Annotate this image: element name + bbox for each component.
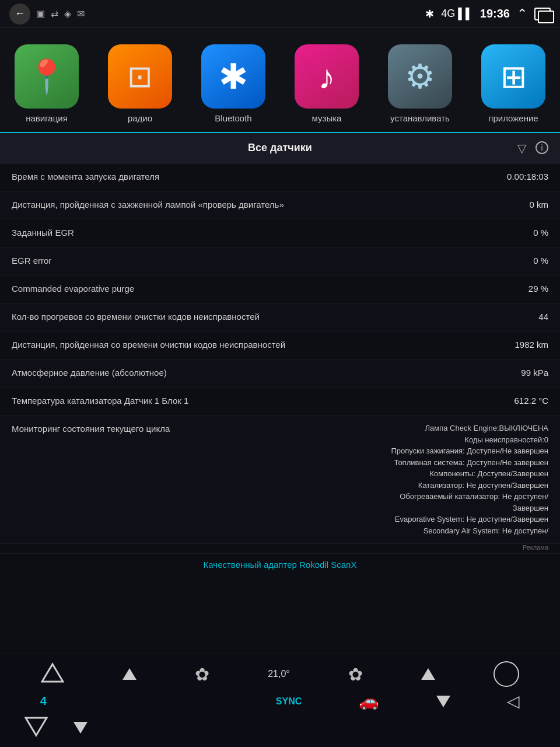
home-button[interactable]: [494, 661, 519, 687]
signal-icon: 4G ▌▌: [441, 8, 473, 20]
music-icon: ♪: [295, 44, 359, 109]
sensor-row-dist-clear: Дистанция, пройденная со времени очистки…: [0, 331, 560, 359]
back-button[interactable]: ←: [9, 4, 30, 25]
sensor-row-engine-time: Время с момента запуска двигателя 0.00:1…: [0, 163, 560, 191]
time-display: 19:36: [480, 7, 510, 20]
info-icon[interactable]: i: [536, 141, 548, 154]
sensor-row-cat-temp: Температура катализатора Датчик 1 Блок 1…: [0, 388, 560, 416]
app-settings-label: устанавливать: [390, 113, 450, 123]
sensor-name-4: Commanded evaporative purge: [12, 282, 134, 295]
bottom-row-lowest: [0, 715, 560, 740]
cast-icon: ⇄: [51, 8, 58, 19]
sensor-row-warmups: Кол-во прогревов со времени очистки кодо…: [0, 303, 560, 331]
sensor-name-2: Заданный EGR: [12, 226, 74, 239]
sensor-row-atm-pressure: Атмосферное давление (абсолютное) 99 kPa: [0, 359, 560, 388]
vol-down-btn[interactable]: [436, 696, 450, 707]
channel-number: 4: [40, 694, 47, 708]
section-icons: ▽ i: [517, 141, 548, 155]
section-header: Все датчики ▽ i: [0, 133, 560, 163]
bottom-row-bottom: 4 SYNC 🚗 ◁: [0, 692, 560, 711]
svg-marker-0: [42, 664, 63, 682]
sensor-value-9: Лампа Check Engine:ВЫКЛЮЧЕНА Коды неиспр…: [391, 423, 548, 536]
app-radio[interactable]: ⊡ радио: [93, 28, 187, 132]
chevron-up-icon[interactable]: ⌃: [517, 6, 527, 22]
filter-icon[interactable]: ▽: [517, 141, 526, 155]
app-bluetooth-label: Bluetooth: [215, 113, 251, 123]
app-navigation-label: навигация: [26, 113, 68, 123]
sensor-name-0: Время с момента запуска двигателя: [12, 170, 159, 183]
sensor-value-0: 0.00:18:03: [507, 170, 548, 183]
sensor-row-monitoring: Мониторинг состояния текущего цикла Ламп…: [0, 416, 560, 544]
scroll-up-outline-btn[interactable]: [41, 662, 64, 686]
sensor-row-evap-purge: Commanded evaporative purge 29 %: [0, 275, 560, 303]
sensor-value-5: 44: [538, 310, 548, 323]
sensor-name-9: Мониторинг состояния текущего цикла: [12, 423, 170, 435]
car-icon[interactable]: 🚗: [359, 692, 379, 711]
sensor-name-3: EGR error: [12, 254, 51, 267]
app-bar: 📍 навигация ⊡ радио ✱ Bluetooth ♪ музыка…: [0, 28, 560, 133]
app-music-label: музыка: [312, 113, 342, 123]
bluetooth-icon: ✱: [201, 44, 265, 109]
sensor-value-6: 1982 km: [514, 338, 548, 351]
sensor-row-check-distance: Дистанция, пройденная с зажженной лампой…: [0, 191, 560, 219]
sensor-name-1: Дистанция, пройденная с зажженной лампой…: [12, 198, 284, 211]
sensor-row-egr-set: Заданный EGR 0 %: [0, 219, 560, 247]
bottom-row-top: ✿ 21,0° ✿: [0, 661, 560, 687]
app-radio-label: радио: [128, 113, 152, 123]
location-icon: ◈: [64, 8, 71, 19]
sensor-value-4: 29 %: [528, 282, 548, 295]
ad-label: Реклама: [0, 544, 560, 553]
fan-icon[interactable]: ✿: [195, 664, 209, 685]
temperature-display: 21,0°: [268, 669, 290, 679]
status-bar: ← ▣ ⇄ ◈ ✉ ✱ 4G ▌▌ 19:36 ⌃: [0, 0, 560, 28]
navigation-icon: 📍: [15, 44, 79, 109]
scroll-down-outline-btn[interactable]: [24, 715, 48, 740]
sensor-value-7: 99 kPa: [521, 366, 548, 379]
app-apps-label: приложение: [488, 113, 538, 123]
sync-label: SYNC: [276, 696, 302, 707]
ad-text: Качественный адаптер Rokodil ScanX: [204, 560, 357, 570]
vol-up-btn[interactable]: [421, 668, 435, 680]
sensor-row-egr-error: EGR error 0 %: [0, 247, 560, 275]
bottom-bar: ✿ 21,0° ✿ 4 SYNC 🚗 ◁: [0, 654, 560, 747]
sensor-value-1: 0 km: [529, 198, 548, 211]
app-bluetooth[interactable]: ✱ Bluetooth: [187, 28, 280, 132]
scroll-up-filled-btn[interactable]: [123, 668, 136, 680]
svg-marker-1: [26, 718, 47, 735]
section-title: Все датчики: [248, 142, 312, 154]
radio-icon: ⊡: [108, 44, 172, 109]
main-content: Все датчики ▽ i Время с момента запуска …: [0, 133, 560, 654]
screen-icon: ▣: [36, 8, 45, 19]
sensor-name-6: Дистанция, пройденная со времени очистки…: [12, 338, 285, 351]
app-navigation[interactable]: 📍 навигация: [0, 28, 93, 132]
sensor-name-7: Атмосферное давление (абсолютное): [12, 366, 167, 379]
sensor-value-2: 0 %: [533, 226, 548, 239]
status-right: ✱ 4G ▌▌ 19:36 ⌃: [425, 6, 551, 22]
app-apps[interactable]: ⊞ приложение: [467, 28, 560, 132]
app-music[interactable]: ♪ музыка: [280, 28, 373, 132]
fan-right-icon[interactable]: ✿: [348, 664, 363, 685]
ad-banner[interactable]: Качественный адаптер Rokodil ScanX: [0, 553, 560, 575]
sensors-list: Время с момента запуска двигателя 0.00:1…: [0, 163, 560, 654]
apps-icon: ⊞: [481, 44, 545, 109]
sensor-value-3: 0 %: [533, 254, 548, 267]
bluetooth-status-icon: ✱: [425, 8, 434, 20]
sensor-name-5: Кол-во прогревов со времени очистки кодо…: [12, 310, 260, 323]
scroll-down-filled-btn[interactable]: [74, 722, 88, 734]
back-nav-btn[interactable]: ◁: [507, 692, 520, 711]
message-icon: ✉: [77, 8, 85, 19]
app-settings[interactable]: ⚙ устанавливать: [373, 28, 467, 132]
window-switcher-icon[interactable]: [534, 8, 551, 20]
sensor-value-8: 612.2 °С: [514, 395, 548, 407]
status-left: ← ▣ ⇄ ◈ ✉: [9, 4, 85, 25]
sensor-name-8: Температура катализатора Датчик 1 Блок 1: [12, 395, 188, 407]
settings-icon: ⚙: [388, 44, 452, 109]
